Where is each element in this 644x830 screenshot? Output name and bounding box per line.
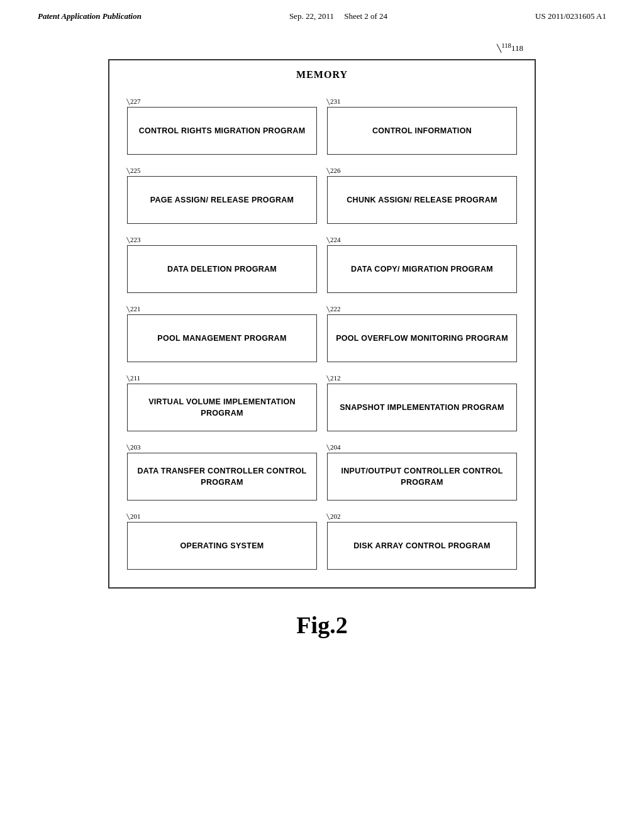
program-box: SNAPSHOT IMPLEMENTATION PROGRAM [327, 384, 517, 431]
memory-box: MEMORY /227CONTROL RIGHTS MIGRATION PROG… [108, 59, 536, 589]
cell-ref-number: /203 [127, 443, 317, 451]
memory-ref-number: ╲118118 [497, 42, 523, 53]
cell-ref-number: /204 [327, 443, 517, 451]
program-cell: /204INPUT/OUTPUT CONTROLLER CONTROL PROG… [322, 436, 522, 506]
cell-ref-number: /201 [127, 512, 317, 521]
header-date: Sep. 22, 2011 [289, 11, 334, 21]
program-box: POOL OVERFLOW MONITORING PROGRAM [327, 314, 517, 362]
header-date-sheet: Sep. 22, 2011 Sheet 2 of 24 [289, 11, 387, 21]
cell-ref-number: /222 [327, 304, 517, 313]
program-box: OPERATING SYSTEM [127, 522, 317, 570]
header-patent-number: US 2011/0231605 A1 [535, 11, 606, 21]
program-box: VIRTUAL VOLUME IMPLEMENTATION PROGRAM [127, 384, 317, 431]
cell-ref-number: /212 [327, 374, 517, 382]
program-cell: /211VIRTUAL VOLUME IMPLEMENTATION PROGRA… [122, 367, 322, 436]
program-cell: /222POOL OVERFLOW MONITORING PROGRAM [322, 298, 522, 367]
program-box: INPUT/OUTPUT CONTROLLER CONTROL PROGRAM [327, 453, 517, 501]
program-box: DATA COPY/ MIGRATION PROGRAM [327, 245, 517, 293]
memory-label: MEMORY [122, 69, 522, 80]
cell-ref-number: /231 [327, 97, 517, 106]
cell-ref-number: /223 [127, 235, 317, 244]
header-publication: Patent Application Publication [38, 11, 142, 21]
header-sheet: Sheet 2 of 24 [344, 11, 387, 21]
program-box: PAGE ASSIGN/ RELEASE PROGRAM [127, 176, 317, 224]
program-box: DATA DELETION PROGRAM [127, 245, 317, 293]
diagram-area: ╲118118 MEMORY /227CONTROL RIGHTS MIGRAT… [108, 59, 536, 589]
program-box: CHUNK ASSIGN/ RELEASE PROGRAM [327, 176, 517, 224]
cell-ref-number: /211 [127, 374, 317, 382]
program-box: DISK ARRAY CONTROL PROGRAM [327, 522, 517, 570]
cell-ref-number: /202 [327, 512, 517, 521]
figure-label: Fig.2 [0, 611, 644, 639]
program-cell: /231CONTROL INFORMATION [322, 91, 522, 160]
page-header: Patent Application Publication Sep. 22, … [0, 0, 644, 21]
program-grid: /227CONTROL RIGHTS MIGRATION PROGRAM/231… [122, 91, 522, 575]
program-cell: /212SNAPSHOT IMPLEMENTATION PROGRAM [322, 367, 522, 436]
program-cell: /227CONTROL RIGHTS MIGRATION PROGRAM [122, 91, 322, 160]
program-box: POOL MANAGEMENT PROGRAM [127, 314, 317, 362]
program-cell: /225PAGE ASSIGN/ RELEASE PROGRAM [122, 160, 322, 229]
program-cell: /202DISK ARRAY CONTROL PROGRAM [322, 506, 522, 575]
program-cell: /201OPERATING SYSTEM [122, 506, 322, 575]
cell-ref-number: /221 [127, 304, 317, 313]
cell-ref-number: /226 [327, 166, 517, 175]
program-box: CONTROL INFORMATION [327, 107, 517, 155]
cell-ref-number: /227 [127, 97, 317, 106]
program-cell: /203DATA TRANSFER CONTROLLER CONTROL PRO… [122, 436, 322, 506]
cell-ref-number: /224 [327, 235, 517, 244]
program-cell: /223DATA DELETION PROGRAM [122, 229, 322, 298]
program-cell: /226CHUNK ASSIGN/ RELEASE PROGRAM [322, 160, 522, 229]
program-cell: /221POOL MANAGEMENT PROGRAM [122, 298, 322, 367]
cell-ref-number: /225 [127, 166, 317, 175]
program-box: DATA TRANSFER CONTROLLER CONTROL PROGRAM [127, 453, 317, 501]
program-box: CONTROL RIGHTS MIGRATION PROGRAM [127, 107, 317, 155]
program-cell: /224DATA COPY/ MIGRATION PROGRAM [322, 229, 522, 298]
